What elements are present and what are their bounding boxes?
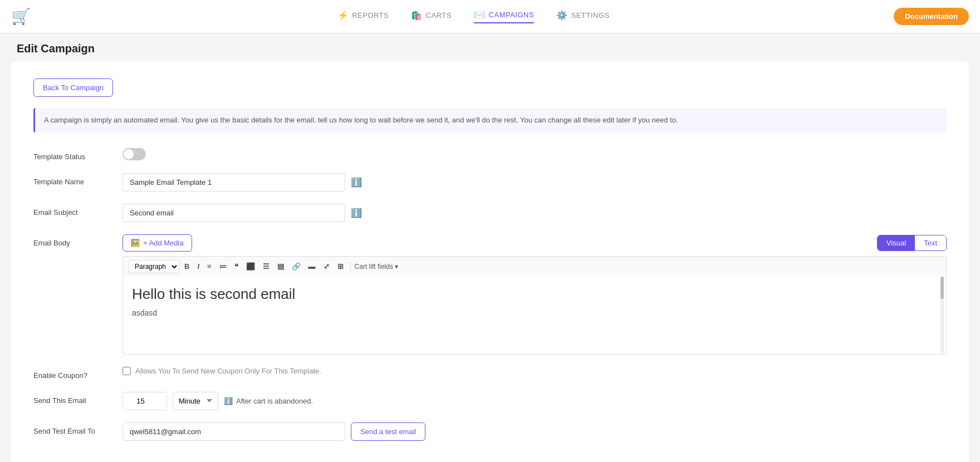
email-body-label: Email Body xyxy=(33,234,122,247)
documentation-button[interactable]: Documentation xyxy=(894,8,969,25)
after-cart-info-icon[interactable]: ℹ️ xyxy=(224,397,233,405)
coupon-check: Allows You To Send New Coupon Only For T… xyxy=(122,367,321,375)
send-test-email-label: Send Test Email To xyxy=(33,422,122,435)
scrollbar-indicator xyxy=(940,277,944,354)
send-test-email-row: Send Test Email To Send a test email xyxy=(33,422,947,441)
logo-area: 🛒 xyxy=(11,7,31,26)
reports-icon: ⚡ xyxy=(337,10,349,21)
cart-fields-dropdown-icon: ▾ xyxy=(395,263,398,271)
email-subject-field: ℹ️ xyxy=(122,204,947,222)
test-email-controls: Send a test email xyxy=(122,422,425,441)
email-body-top: 🖼️ + Add Media Visual Text xyxy=(122,234,947,252)
page-title: Edit Campaign xyxy=(0,33,980,62)
logo-icon: 🛒 xyxy=(11,7,31,26)
bold-button[interactable]: B xyxy=(182,261,192,272)
carts-icon: 🛍️ xyxy=(411,10,423,21)
add-media-label: + Add Media xyxy=(143,239,184,247)
nav-links: ⚡ REPORTS 🛍️ CARTS ✉️ CAMPAIGNS ⚙️ SETTI… xyxy=(53,9,894,23)
template-name-label: Template Name xyxy=(33,173,122,186)
nav-settings[interactable]: ⚙️ SETTINGS xyxy=(556,9,610,23)
form-card: Back To Campaign A campaign is simply an… xyxy=(11,62,969,462)
editor-toolbar: Paragraph B I ≡ ≔ ❝ ⬛ ☰ ▤ 🔗 ▬ ⤢ ⊞ xyxy=(122,256,947,277)
email-subject-row: Email Subject ℹ️ xyxy=(33,204,947,222)
table-button[interactable]: ⊞ xyxy=(335,261,346,272)
editor-wrapper: Paragraph B I ≡ ≔ ❝ ⬛ ☰ ▤ 🔗 ▬ ⤢ ⊞ xyxy=(122,256,947,355)
coupon-check-label: Allows You To Send New Coupon Only For T… xyxy=(135,367,321,375)
send-email-row: Send This Email Minute ℹ️ After cart is … xyxy=(33,392,947,410)
cart-fields-label: Cart lift fields xyxy=(355,263,393,271)
after-cart-label: After cart is abandoned. xyxy=(236,397,313,405)
template-name-input[interactable] xyxy=(122,173,345,191)
send-test-email-field: Send a test email xyxy=(122,422,947,441)
send-email-controls: Minute ℹ️ After cart is abandoned. xyxy=(122,392,313,410)
template-status-row: Template Status xyxy=(33,148,947,161)
nav-campaigns-label: CAMPAIGNS xyxy=(489,11,535,19)
send-test-button[interactable]: Send a test email xyxy=(351,422,425,441)
template-name-field: ℹ️ xyxy=(122,173,947,191)
email-subject-info-icon[interactable]: ℹ️ xyxy=(351,208,362,218)
template-status-toggle[interactable] xyxy=(122,148,146,160)
blockquote-button[interactable]: ❝ xyxy=(232,261,241,272)
template-name-info-icon[interactable]: ℹ️ xyxy=(351,177,362,188)
email-subject-input[interactable] xyxy=(122,204,345,222)
nav-carts-label: CARTS xyxy=(426,11,452,19)
editor-area[interactable]: Hello this is second email asdasd xyxy=(122,277,947,355)
main-content: Back To Campaign A campaign is simply an… xyxy=(0,62,980,462)
nav-reports[interactable]: ⚡ REPORTS xyxy=(337,9,389,23)
editor-heading: Hello this is second email xyxy=(132,286,937,303)
fullscreen-button[interactable]: ⤢ xyxy=(321,261,332,272)
test-email-input[interactable] xyxy=(122,422,345,441)
enable-coupon-field: Allows You To Send New Coupon Only For T… xyxy=(122,367,947,375)
info-text: A campaign is simply an automated email.… xyxy=(44,116,678,124)
unordered-list-button[interactable]: ≡ xyxy=(204,261,214,272)
template-status-label: Template Status xyxy=(33,148,122,161)
email-body-row: Email Body 🖼️ + Add Media Visual Text xyxy=(33,234,947,355)
settings-icon: ⚙️ xyxy=(556,10,568,21)
editor-body: asdasd xyxy=(132,308,937,317)
horizontal-rule-button[interactable]: ▬ xyxy=(306,261,318,272)
visual-btn[interactable]: Visual xyxy=(878,235,915,250)
align-left-button[interactable]: ⬛ xyxy=(243,261,258,272)
nav-settings-label: SETTINGS xyxy=(571,11,610,19)
enable-coupon-label: Enable Coupon? xyxy=(33,367,122,380)
send-email-unit-select[interactable]: Minute xyxy=(173,392,218,410)
toggle-slider xyxy=(122,148,146,160)
view-toggle: Visual Text xyxy=(877,235,947,251)
text-btn[interactable]: Text xyxy=(915,235,946,250)
paragraph-select[interactable]: Paragraph xyxy=(129,260,179,273)
email-subject-label: Email Subject xyxy=(33,204,122,217)
nav-campaigns[interactable]: ✉️ CAMPAIGNS xyxy=(474,9,534,23)
add-media-icon: 🖼️ xyxy=(131,239,140,247)
send-email-number-input[interactable] xyxy=(122,392,167,410)
send-email-field: Minute ℹ️ After cart is abandoned. xyxy=(122,392,947,410)
info-banner: A campaign is simply an automated email.… xyxy=(33,108,947,132)
send-email-label: Send This Email xyxy=(33,392,122,405)
nav-reports-label: REPORTS xyxy=(352,11,389,19)
campaigns-icon: ✉️ xyxy=(474,9,486,20)
template-name-row: Template Name ℹ️ xyxy=(33,173,947,191)
ordered-list-button[interactable]: ≔ xyxy=(217,261,229,272)
after-cart-text: ℹ️ After cart is abandoned. xyxy=(224,397,313,405)
back-to-campaign-button[interactable]: Back To Campaign xyxy=(33,78,113,97)
coupon-checkbox[interactable] xyxy=(122,367,131,375)
email-body-full: 🖼️ + Add Media Visual Text Paragraph B xyxy=(122,234,947,355)
template-status-field xyxy=(122,148,947,160)
toolbar-divider xyxy=(350,262,351,272)
italic-button[interactable]: I xyxy=(194,261,202,272)
align-right-button[interactable]: ▤ xyxy=(275,261,287,272)
nav-carts[interactable]: 🛍️ CARTS xyxy=(411,9,452,23)
top-nav: 🛒 ⚡ REPORTS 🛍️ CARTS ✉️ CAMPAIGNS ⚙️ SET… xyxy=(0,0,980,33)
editor-content: Hello this is second email asdasd xyxy=(132,286,937,317)
add-media-button[interactable]: 🖼️ + Add Media xyxy=(122,234,192,252)
scrollbar-thumb xyxy=(940,277,944,299)
align-center-button[interactable]: ☰ xyxy=(260,261,272,272)
enable-coupon-row: Enable Coupon? Allows You To Send New Co… xyxy=(33,367,947,380)
cart-fields-button[interactable]: Cart lift fields ▾ xyxy=(355,263,398,271)
link-button[interactable]: 🔗 xyxy=(289,261,303,272)
